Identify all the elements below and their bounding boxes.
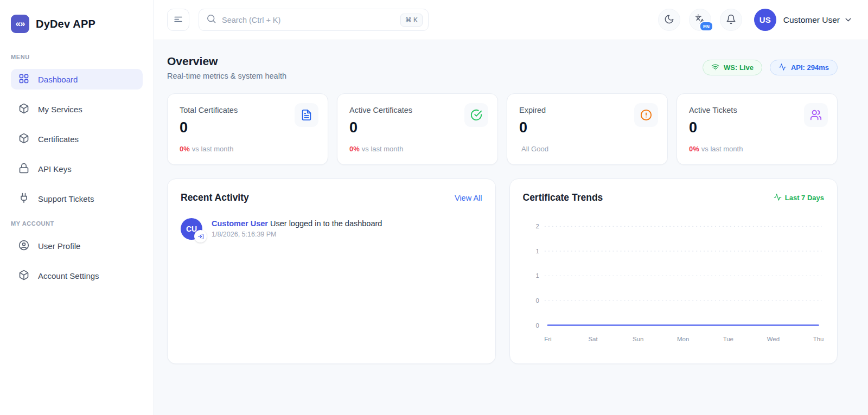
status-badges: WS: Live API: 294ms	[703, 60, 838, 75]
search-input[interactable]	[222, 16, 395, 24]
sidebar-item-label: Support Tickets	[38, 194, 94, 203]
sidebar: «» DyDev APP MENU Dashboard My Services …	[0, 0, 154, 415]
page-title: Overview	[167, 55, 286, 68]
stat-note: vs last month	[362, 145, 404, 153]
activity-item: CU Customer User User logged in to the d…	[181, 218, 482, 240]
sidebar-item-support-tickets[interactable]: Support Tickets	[11, 188, 143, 209]
sidebar-section-my-account: MY ACCOUNT	[11, 220, 143, 227]
stat-card-expired: Expired 0 All Good	[507, 93, 668, 165]
stat-note: vs last month	[701, 145, 743, 153]
wifi-icon	[711, 63, 719, 73]
svg-text:Sat: Sat	[588, 336, 598, 342]
svg-text:Wed: Wed	[767, 336, 779, 342]
recent-activity-header: Recent Activity View All	[181, 192, 482, 203]
language-button[interactable]: EN	[689, 9, 711, 31]
stat-delta: 0%	[349, 145, 360, 153]
users-icon	[804, 103, 828, 127]
box-icon	[18, 270, 29, 282]
stat-footer: 0%vs last month	[180, 145, 316, 153]
recent-activity-title: Recent Activity	[181, 192, 249, 203]
sidebar-item-label: Certificates	[38, 135, 79, 144]
sidebar-item-certificates[interactable]: Certificates	[11, 129, 143, 149]
range-label-text: Last 7 Days	[785, 194, 824, 202]
sidebar-item-label: Dashboard	[38, 75, 78, 84]
bell-icon	[726, 14, 736, 26]
activity-icon	[778, 63, 787, 73]
sidebar-item-label: Account Settings	[38, 271, 99, 280]
activity-actor: Customer User	[212, 219, 268, 228]
svg-text:Tue: Tue	[723, 336, 733, 342]
box-icon	[18, 133, 29, 145]
page-subtitle: Real-time metrics & system health	[167, 72, 286, 80]
stat-note: All Good	[521, 145, 548, 153]
alert-circle-icon	[634, 103, 658, 127]
svg-text:Sun: Sun	[632, 336, 643, 342]
sidebar-section-menu: MENU	[11, 54, 143, 60]
recent-activity-panel: Recent Activity View All CU Customer Use…	[167, 178, 496, 364]
language-badge: EN	[699, 21, 713, 31]
dark-mode-toggle[interactable]	[658, 9, 680, 31]
search-icon	[206, 14, 216, 26]
stat-card-active-tickets: Active Tickets 0 0%vs last month	[676, 93, 838, 165]
activity-action: User logged in to the dashboard	[270, 219, 382, 228]
svg-text:1: 1	[535, 248, 539, 254]
stat-footer: 0%vs last month	[689, 145, 825, 153]
sidebar-item-api-keys[interactable]: API Keys	[11, 158, 143, 179]
box-icon	[18, 103, 29, 116]
sidebar-item-label: My Services	[38, 105, 82, 114]
stats-row: Total Certificates 0 0%vs last month Act…	[167, 93, 838, 165]
app-name: DyDev APP	[36, 18, 95, 30]
stat-footer: 0%vs last month	[349, 145, 486, 153]
search-box[interactable]: ⌘ K	[199, 9, 429, 31]
activity-timestamp: 1/8/2026, 5:16:39 PM	[212, 231, 382, 238]
certificate-trends-title: Certificate Trends	[523, 192, 603, 203]
svg-text:Mon: Mon	[677, 336, 689, 342]
main-column: ⌘ K EN US Customer User Overview	[154, 0, 868, 415]
sidebar-item-user-profile[interactable]: User Profile	[11, 235, 143, 256]
svg-text:2: 2	[535, 223, 539, 229]
ws-status-label: WS: Live	[724, 63, 754, 72]
api-latency-badge: API: 294ms	[770, 60, 838, 75]
trends-chart: 21100FriSatSunMonTueWedThu	[523, 212, 825, 347]
notifications-button[interactable]	[720, 9, 742, 31]
sidebar-item-label: API Keys	[38, 164, 72, 174]
menu-icon	[173, 14, 183, 26]
range-label: Last 7 Days	[774, 193, 824, 203]
svg-text:0: 0	[535, 297, 539, 304]
stat-delta: 0%	[180, 145, 190, 153]
topbar: ⌘ K EN US Customer User	[154, 0, 868, 40]
user-avatar[interactable]: US	[754, 9, 776, 31]
login-icon	[194, 230, 207, 242]
activity-description: Customer User User logged in to the dash…	[212, 219, 382, 228]
api-latency-label: API: 294ms	[791, 63, 829, 72]
page-header-text: Overview Real-time metrics & system heal…	[167, 55, 286, 80]
ws-status-badge: WS: Live	[703, 60, 762, 75]
search-shortcut-kbd: ⌘ K	[400, 14, 423, 27]
chart-area: 21100FriSatSunMonTueWedThu	[523, 212, 825, 347]
sidebar-item-dashboard[interactable]: Dashboard	[11, 69, 143, 90]
chevron-down-icon[interactable]	[844, 15, 853, 24]
sidebar-item-label: User Profile	[38, 241, 80, 251]
moon-icon	[664, 14, 674, 26]
view-all-link[interactable]: View All	[455, 194, 482, 202]
activity-avatar: CU	[181, 218, 202, 240]
activity-text: Customer User User logged in to the dash…	[212, 218, 382, 238]
certificate-trends-panel: Certificate Trends Last 7 Days 21100FriS…	[509, 178, 838, 364]
svg-text:1: 1	[535, 272, 539, 279]
user-name[interactable]: Customer User	[783, 15, 840, 25]
check-circle-icon	[464, 103, 488, 127]
stat-delta: 0%	[689, 145, 699, 153]
lock-icon	[18, 163, 29, 175]
sidebar-item-account-settings[interactable]: Account Settings	[11, 265, 143, 286]
sidebar-item-my-services[interactable]: My Services	[11, 99, 143, 119]
stat-footer: All Good	[519, 145, 655, 153]
sidebar-toggle-button[interactable]	[167, 9, 189, 31]
app-root: «» DyDev APP MENU Dashboard My Services …	[0, 0, 868, 415]
stat-card-total-certificates: Total Certificates 0 0%vs last month	[167, 93, 328, 165]
page-header: Overview Real-time metrics & system heal…	[167, 55, 838, 80]
svg-text:0: 0	[535, 322, 539, 328]
stat-note: vs last month	[192, 145, 234, 153]
svg-text:Fri: Fri	[544, 336, 551, 342]
plug-icon	[18, 193, 29, 205]
stat-card-active-certificates: Active Certificates 0 0%vs last month	[337, 93, 498, 165]
